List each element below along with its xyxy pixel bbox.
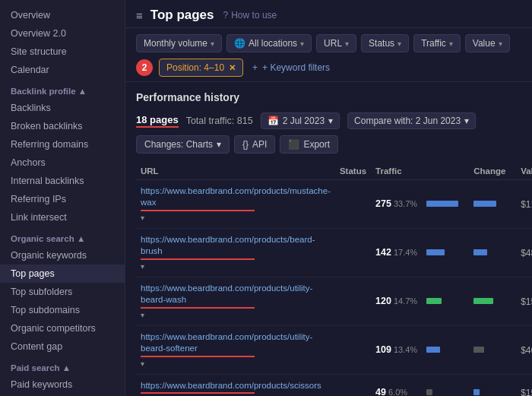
table-cell-url: https://www.beardbrand.com/products/util… <box>136 277 335 325</box>
table-cell-status <box>335 374 371 396</box>
table-cell-traffic-bar <box>422 374 469 396</box>
sidebar-item-content-gap[interactable]: Content gap <box>0 337 125 356</box>
table-cell-traffic: 14217.4% <box>371 228 422 277</box>
sidebar-item-internal-backlinks[interactable]: Internal backlinks <box>0 172 125 190</box>
status-filter[interactable]: Status ▾ <box>361 34 409 52</box>
keyword-filters-button[interactable]: + + Keyword filters <box>248 59 334 76</box>
export-button[interactable]: ⬛ Export <box>280 135 338 154</box>
table-cell-status <box>335 228 371 277</box>
chevron-down-icon[interactable]: ▾ <box>141 360 144 368</box>
chevron-down-icon: ▾ <box>217 139 221 150</box>
chevron-down-icon[interactable]: ▾ <box>141 214 144 222</box>
table-cell-value: $46 <box>516 325 532 374</box>
table-cell-traffic: 496.0% <box>371 374 422 396</box>
sidebar-item-calendar[interactable]: Calendar <box>0 61 125 79</box>
close-icon[interactable]: ✕ <box>229 63 236 73</box>
url-link[interactable]: https://www.beardbrand.com/products/util… <box>141 283 331 306</box>
sidebar-item-broken-backlinks[interactable]: Broken backlinks <box>0 117 125 135</box>
table-cell-status <box>335 277 371 325</box>
globe-icon: 🌐 <box>234 38 245 49</box>
calendar-icon: 📅 <box>268 116 279 126</box>
table-cell-change <box>469 325 516 374</box>
sidebar-section-organic[interactable]: Organic search ▲ <box>0 227 125 246</box>
table-row: https://www.beardbrand.com/products/util… <box>136 325 532 374</box>
sidebar-item-top-subdomains[interactable]: Top subdomains <box>0 301 125 319</box>
code-icon: {} <box>242 139 249 150</box>
sidebar-item-referring-ips[interactable]: Referring IPs <box>0 190 125 208</box>
sidebar-item-overview[interactable]: Overview <box>0 6 125 24</box>
value-filter[interactable]: Value ▾ <box>465 34 510 52</box>
export-icon: ⬛ <box>288 139 299 150</box>
sidebar-item-top-pages[interactable]: Top pages <box>0 265 125 283</box>
changes-charts-button[interactable]: Changes: Charts ▾ <box>136 135 230 154</box>
sidebar: Overview Overview 2.0 Site structure Cal… <box>0 0 125 396</box>
sidebar-section-backlink[interactable]: Backlink profile ▲ <box>0 79 125 99</box>
content-area: Performance history 18 pages Total traff… <box>125 82 532 396</box>
date-button[interactable]: 📅 2 Jul 2023 ▾ <box>261 112 340 129</box>
col-traffic[interactable]: Traffic <box>371 163 422 180</box>
table-cell-url: https://www.beardbrand.com/products/util… <box>136 325 335 374</box>
sidebar-item-top-subfolders[interactable]: Top subfolders <box>0 283 125 301</box>
sidebar-item-paid-keywords[interactable]: Paid keywords <box>0 375 125 394</box>
chevron-down-icon: ▾ <box>211 40 214 48</box>
chevron-down-icon: ▾ <box>300 40 304 48</box>
sidebar-section-paid[interactable]: Paid search ▲ <box>0 356 125 375</box>
table-cell-traffic: 27533.7% <box>371 180 422 229</box>
table-cell-traffic-bar <box>422 228 469 277</box>
table-cell-change <box>469 228 516 277</box>
sidebar-item-anchors[interactable]: Anchors <box>0 154 125 172</box>
sidebar-item-link-intersect[interactable]: Link intersect <box>0 208 125 227</box>
monthly-volume-filter[interactable]: Monthly volume ▾ <box>136 34 222 52</box>
col-url[interactable]: URL <box>136 163 335 180</box>
url-link[interactable]: https://www.beardbrand.com/products/util… <box>141 331 331 354</box>
plus-icon: + <box>252 62 258 73</box>
sidebar-item-site-structure[interactable]: Site structure <box>0 43 125 61</box>
url-link[interactable]: https://www.beardbrand.com/products/must… <box>141 185 331 208</box>
chevron-down-icon: ▾ <box>328 116 333 126</box>
total-traffic: Total traffic: 815 <box>186 116 253 126</box>
sidebar-item-organic-keywords[interactable]: Organic keywords <box>0 246 125 265</box>
traffic-filter[interactable]: Traffic ▾ <box>413 34 461 52</box>
chevron-down-icon[interactable]: ▾ <box>141 311 144 319</box>
chevron-down-icon[interactable]: ▾ <box>141 262 144 271</box>
help-link[interactable]: ? How to use <box>223 10 277 21</box>
table-cell-url: https://www.beardbrand.com/products/bear… <box>136 228 335 277</box>
table-cell-traffic-bar <box>422 180 469 229</box>
col-status[interactable]: Status <box>335 163 371 180</box>
table-cell-status <box>335 325 371 374</box>
pages-count: 18 pages <box>136 114 179 128</box>
sidebar-item-backlinks[interactable]: Backlinks <box>0 99 125 117</box>
chevron-down-icon: ▾ <box>397 40 401 48</box>
action-row: Changes: Charts ▾ {} API ⬛ Export <box>136 135 521 154</box>
chevron-down-icon: ▾ <box>499 40 502 48</box>
compare-button[interactable]: Compare with: 2 Jun 2023 ▾ <box>347 112 476 129</box>
position-filter-tag[interactable]: Position: 4–10 ✕ <box>159 59 243 77</box>
chevron-down-icon: ▾ <box>345 40 349 48</box>
url-link[interactable]: https://www.beardbrand.com/products/scis… <box>141 380 331 391</box>
all-locations-filter[interactable]: 🌐 All locations ▾ <box>226 34 312 52</box>
api-button[interactable]: {} API <box>234 135 275 154</box>
col-change[interactable]: Change <box>469 163 516 180</box>
menu-icon[interactable]: ≡ <box>136 9 143 22</box>
main-content: ≡ Top pages ? How to use Monthly volume … <box>125 0 532 396</box>
table-cell-status <box>335 180 371 229</box>
table-cell-value: $48 <box>516 228 532 277</box>
url-link[interactable]: https://www.beardbrand.com/products/bear… <box>141 234 331 257</box>
sidebar-item-referring-domains[interactable]: Referring domains <box>0 135 125 154</box>
section-title: Performance history <box>136 91 521 103</box>
table-cell-value: $15 <box>516 374 532 396</box>
url-filter[interactable]: URL ▾ <box>316 34 356 52</box>
table-cell-traffic: 10913.4% <box>371 325 422 374</box>
table-cell-value: $116 <box>516 180 532 229</box>
table-row: https://www.beardbrand.com/products/bear… <box>136 228 532 277</box>
table-cell-traffic-bar <box>422 325 469 374</box>
table-cell-url: https://www.beardbrand.com/products/must… <box>136 180 335 229</box>
sidebar-item-overview2[interactable]: Overview 2.0 <box>0 24 125 43</box>
table-cell-change <box>469 180 516 229</box>
stats-row: 18 pages Total traffic: 815 📅 2 Jul 2023… <box>136 112 521 129</box>
col-value[interactable]: Value <box>516 163 532 180</box>
table-row: https://www.beardbrand.com/products/must… <box>136 180 532 229</box>
filter-row: Monthly volume ▾ 🌐 All locations ▾ URL ▾… <box>125 28 532 82</box>
table-cell-change <box>469 277 516 325</box>
sidebar-item-organic-competitors[interactable]: Organic competitors <box>0 319 125 337</box>
